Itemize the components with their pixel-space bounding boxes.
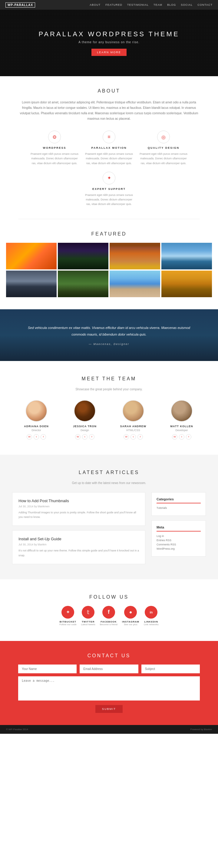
photo-mountains[interactable]: [161, 243, 212, 269]
features-grid: ⚙ WORDPRESS Praesent eget nibh purus orn…: [18, 131, 200, 207]
linkedin-icon[interactable]: in: [145, 606, 158, 619]
nav-team[interactable]: TEAM: [154, 3, 162, 6]
featured-section: FEATURED: [0, 219, 218, 309]
contact-email-field[interactable]: [80, 664, 138, 673]
meta-widget: Meta Log in Entries RSS Comments RSS Wor…: [152, 520, 206, 557]
member-icon-wp[interactable]: W: [124, 434, 129, 440]
member-icon-fb[interactable]: f: [40, 434, 46, 440]
meta-login[interactable]: Log in: [157, 534, 201, 537]
member-icon-wp[interactable]: W: [75, 434, 81, 440]
contact-subject-field[interactable]: [141, 664, 200, 673]
nav-social[interactable]: SOCIAL: [181, 3, 193, 6]
team-member-sarah: SARAH ANDREW HTML/CSS W t f: [112, 400, 155, 440]
photo-aurora[interactable]: [58, 243, 108, 269]
team-section: MEET THE TEAM Showcase the great people …: [0, 361, 218, 455]
categories-widget: Categories Tutorials: [152, 492, 206, 516]
learn-more-button[interactable]: LEARN MORE: [91, 49, 127, 56]
twitter-icon[interactable]: 𝕥: [82, 606, 94, 619]
photo-sunset[interactable]: [6, 243, 57, 269]
feature-icon-0: ⚙: [48, 131, 61, 143]
post-title-1[interactable]: How to Add Post Thumbnails: [19, 499, 139, 503]
social-desc-instagram: See our pics: [122, 623, 139, 626]
about-section: ABOUT Lorem ipsum dolor sit amet, consec…: [0, 76, 218, 219]
member-icon-fb[interactable]: f: [89, 434, 94, 440]
team-title: MEET THE TEAM: [12, 376, 206, 381]
social-desc-facebook: Become a friend: [100, 623, 117, 626]
member-icon-fb[interactable]: f: [186, 434, 191, 440]
member-icon-twitter[interactable]: t: [82, 434, 87, 440]
social-desc-bitbucket: Follow our code: [59, 623, 76, 626]
post-title-2[interactable]: Install and Set-Up Guide: [19, 537, 139, 541]
post-excerpt-2: It's not difficult to set up your new th…: [19, 549, 139, 558]
social-linkedin: in LinkedIn Link networks: [144, 606, 159, 626]
feature-desc-3: Praesent eget nibh purus ornare cursus m…: [85, 193, 133, 207]
post-excerpt-1: Adding Thumbnail images to your posts is…: [19, 510, 139, 520]
member-icons-jessica: W t f: [63, 434, 106, 440]
nav-featured[interactable]: FEATURED: [105, 3, 122, 6]
meta-widget-title: Meta: [157, 525, 201, 531]
social-instagram: ● Instagram See our pics: [122, 606, 139, 626]
avatar-jessica: [74, 400, 96, 422]
social-desc-linkedin: Link networks: [144, 623, 159, 626]
hero-title: PARALLAX WORDPRESS THEME: [38, 30, 179, 38]
nav-testimonial[interactable]: TESTIMONIAL: [127, 3, 149, 6]
blog-posts-list: How to Add Post Thumbnails Jul 30, 2014 …: [12, 492, 145, 564]
instagram-icon[interactable]: ●: [124, 606, 137, 619]
photo-trees[interactable]: [58, 271, 108, 297]
bitbucket-icon[interactable]: ✚: [61, 606, 74, 619]
nav-links: ABOUT FEATURED TESTIMONIAL TEAM BLOG SOC…: [90, 3, 213, 6]
meta-comments-rss[interactable]: Comments RSS: [157, 543, 201, 546]
featured-title: FEATURED: [6, 231, 212, 237]
meta-entries-rss[interactable]: Entries RSS: [157, 539, 201, 542]
footer-powered: Powered by Blankm: [190, 728, 212, 731]
member-role-jessica: Design: [63, 429, 106, 432]
meta-wordpress-org[interactable]: WordPress.org: [157, 547, 201, 550]
follow-section: Follow Us ✚ Bitbucket Follow our code 𝕥 …: [0, 579, 218, 641]
category-tutorials[interactable]: Tutorials: [157, 506, 201, 509]
social-label-facebook: Facebook: [100, 620, 117, 623]
member-icon-twitter[interactable]: t: [131, 434, 136, 440]
team-member-jessica: JESSICA TRON Design W t f: [63, 400, 106, 440]
member-icon-wp[interactable]: W: [172, 434, 178, 440]
photo-beach[interactable]: [110, 271, 160, 297]
contact-section: Contact Us SUBMIT: [0, 641, 218, 725]
feature-icon-3: ✦: [103, 172, 115, 184]
member-icon-wp[interactable]: W: [27, 434, 32, 440]
contact-message-field[interactable]: [18, 676, 200, 701]
photo-forest[interactable]: [110, 243, 160, 269]
nav-blog[interactable]: BLOG: [167, 3, 176, 6]
facebook-icon[interactable]: f: [102, 606, 115, 619]
feature-icon-2: ◎: [157, 131, 170, 143]
social-icons-row: ✚ Bitbucket Follow our code 𝕥 Twitter La…: [12, 606, 206, 626]
footer-copyright: © WP-Parallax 2014: [6, 728, 28, 731]
member-role-matt: Developer: [161, 429, 203, 432]
social-desc-twitter: Latest tweets: [81, 623, 96, 626]
contact-submit-button[interactable]: SUBMIT: [96, 705, 122, 713]
about-body: Lorem ipsum dolor sit amet, consectetur …: [18, 100, 200, 122]
member-name-jessica: JESSICA TRON: [63, 425, 106, 428]
feature-desc-1: Praesent eget nibh purus ornare cursus m…: [85, 152, 133, 166]
team-member-adriana: ADRIANA DOEN Director W t f: [15, 400, 57, 440]
nav-about[interactable]: ABOUT: [90, 3, 101, 6]
logo[interactable]: WP-PARALLAX: [5, 2, 35, 7]
photo-silhouette[interactable]: [6, 271, 57, 297]
member-icon-twitter[interactable]: t: [179, 434, 184, 440]
social-label-instagram: Instagram: [122, 620, 139, 623]
member-name-matt: MATT KOLLEN: [161, 425, 203, 428]
blog-title: LATEST ARTICLES: [12, 470, 206, 475]
social-twitter: 𝕥 Twitter Latest tweets: [81, 606, 96, 626]
photo-grid: [6, 243, 212, 297]
avatar-matt: [171, 400, 193, 422]
photo-deer[interactable]: [161, 271, 212, 297]
member-icon-twitter[interactable]: t: [34, 434, 39, 440]
team-members-grid: ADRIANA DOEN Director W t f JESSICA TRON…: [12, 400, 206, 440]
member-icon-fb[interactable]: f: [137, 434, 143, 440]
social-bitbucket: ✚ Bitbucket Follow our code: [59, 606, 76, 626]
contact-name-field[interactable]: [18, 664, 77, 673]
feature-desc-2: Praesent eget nibh purus ornare cursus m…: [139, 152, 188, 166]
post-meta-1: Jul 30, 2014 by blankmen: [19, 505, 139, 508]
categories-widget-title: Categories: [157, 497, 201, 503]
feature-name-3: EXPERT SUPPORT: [85, 187, 133, 190]
hero-section: PARALLAX WORDPRESS THEME A theme for any…: [0, 10, 218, 76]
nav-contact[interactable]: CONTACT: [197, 3, 213, 6]
